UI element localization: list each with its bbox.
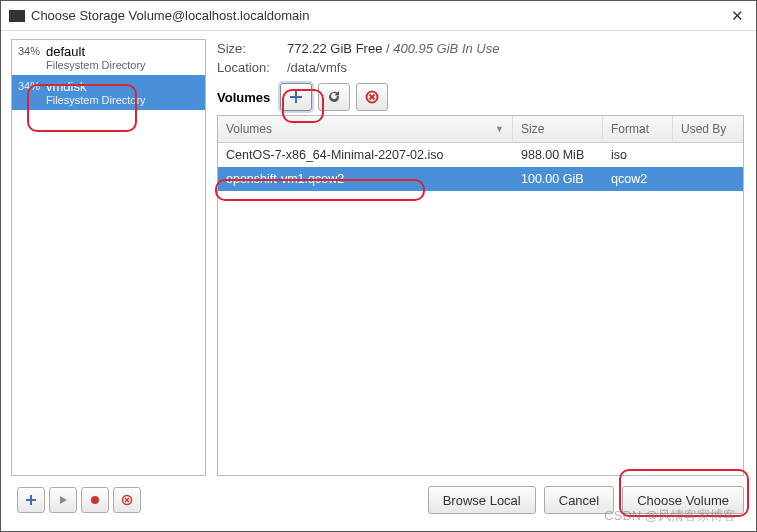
pool-item-default[interactable]: 34% default Filesystem Directory (12, 40, 205, 75)
volumes-table: Volumes ▼ Size Format Used By CentOS-7-x… (217, 115, 744, 476)
storage-pools-sidebar: 34% default Filesystem Directory 34% vmd… (11, 39, 206, 476)
size-row: Size: 772.22 GiB Free / 400.95 GiB In Us… (217, 41, 744, 56)
location-row: Location: /data/vmfs (217, 60, 744, 75)
plus-icon (289, 90, 303, 104)
cancel-icon (121, 494, 133, 506)
browse-local-button[interactable]: Browse Local (428, 486, 536, 514)
close-icon[interactable]: ✕ (727, 7, 748, 25)
stop-pool-button[interactable] (81, 487, 109, 513)
location-value: /data/vmfs (287, 60, 347, 75)
size-label: Size: (217, 41, 287, 56)
record-icon (90, 495, 100, 505)
col-header-format[interactable]: Format (603, 116, 673, 142)
play-icon (58, 495, 68, 505)
location-label: Location: (217, 60, 287, 75)
watermark: CSDN @风情客家博客 (604, 507, 736, 525)
pool-type: Filesystem Directory (46, 59, 199, 71)
titlebar: Choose Storage Volume@localhost.localdom… (1, 1, 756, 31)
pool-type: Filesystem Directory (46, 94, 199, 106)
content-pane: Size: 772.22 GiB Free / 400.95 GiB In Us… (211, 31, 756, 476)
size-inuse: 400.95 GiB In Use (393, 41, 499, 56)
refresh-icon (327, 90, 341, 104)
add-volume-button[interactable] (280, 83, 312, 111)
volume-name: CentOS-7-x86_64-Minimal-2207-02.iso (218, 146, 513, 164)
volume-size: 100.00 GiB (513, 170, 603, 188)
plus-icon (25, 494, 37, 506)
window-title: Choose Storage Volume@localhost.localdom… (31, 8, 727, 23)
pool-usage-pct: 34% (18, 44, 46, 57)
col-header-usedby[interactable]: Used By (673, 116, 743, 142)
main: 34% default Filesystem Directory 34% vmd… (1, 31, 756, 476)
svg-point-1 (91, 496, 99, 504)
volume-name: openshift-vm1.qcow2 (218, 170, 513, 188)
volume-format: qcow2 (603, 170, 673, 188)
volumes-label: Volumes (217, 90, 270, 105)
add-pool-button[interactable] (17, 487, 45, 513)
delete-volume-button[interactable] (356, 83, 388, 111)
volume-usedby (673, 170, 743, 188)
pool-name: vmdisk (46, 79, 199, 94)
table-header: Volumes ▼ Size Format Used By (218, 116, 743, 143)
pool-list: 34% default Filesystem Directory 34% vmd… (12, 40, 205, 475)
volume-size: 988.00 MiB (513, 146, 603, 164)
start-pool-button[interactable] (49, 487, 77, 513)
app-icon (9, 10, 25, 22)
delete-icon (365, 90, 379, 104)
pool-tools (17, 487, 141, 513)
sort-icon: ▼ (495, 124, 504, 134)
col-header-volumes[interactable]: Volumes ▼ (218, 116, 513, 142)
col-header-size[interactable]: Size (513, 116, 603, 142)
refresh-button[interactable] (318, 83, 350, 111)
table-row[interactable]: CentOS-7-x86_64-Minimal-2207-02.iso 988.… (218, 143, 743, 167)
volumes-toolbar: Volumes (217, 83, 744, 111)
volume-usedby (673, 146, 743, 164)
pool-name: default (46, 44, 199, 59)
table-row[interactable]: openshift-vm1.qcow2 100.00 GiB qcow2 (218, 167, 743, 191)
size-free: 772.22 GiB Free (287, 41, 382, 56)
pool-item-vmdisk[interactable]: 34% vmdisk Filesystem Directory (12, 75, 205, 110)
volume-format: iso (603, 146, 673, 164)
pool-usage-pct: 34% (18, 79, 46, 92)
delete-pool-button[interactable] (113, 487, 141, 513)
